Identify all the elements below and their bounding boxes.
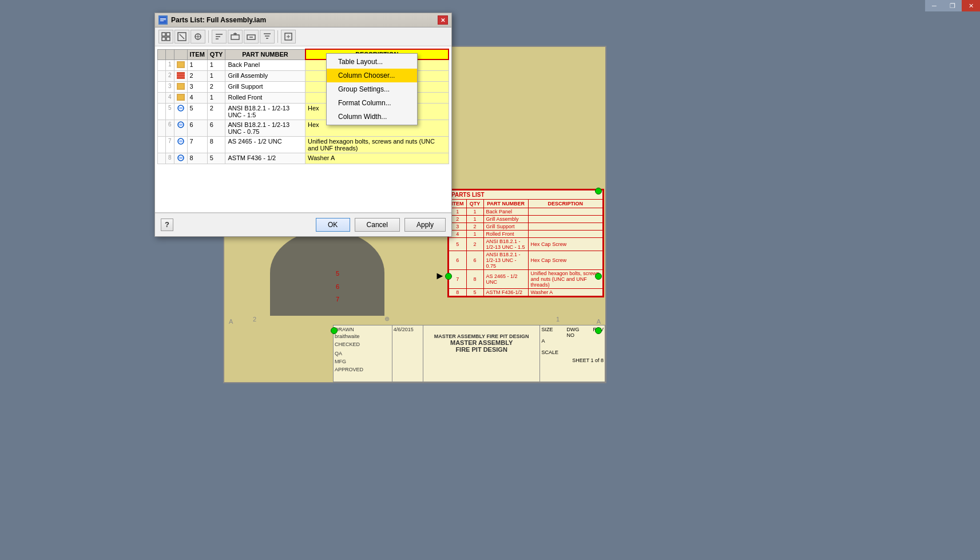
row7-icon [174,136,187,153]
window-controls: ─ ❐ ✕ [925,0,980,11]
svg-rect-3 [160,21,164,21]
row-5-label: 5 [336,270,339,277]
context-menu: Table Layout... Column Chooser... Group … [326,53,418,125]
footer-buttons: OK Cancel Apply [316,218,446,232]
row3-partnum: Grill Support [225,81,305,92]
toolbar-sep-1 [208,30,209,43]
minimize-button[interactable]: ─ [925,0,943,11]
row1-qty: 1 [207,59,225,70]
row1-num: 1 [166,59,174,70]
menu-item-column-width[interactable]: Column Width... [327,110,417,124]
menu-item-group-settings[interactable]: Group Settings... [327,82,417,96]
dialog-toolbar [155,27,451,46]
row5-partnum: ANSI B18.2.1 - 1/2-13 UNC - 1:5 [225,103,305,120]
ok-button[interactable]: OK [316,218,350,232]
row2-num: 2 [166,70,174,81]
drawing-row-5: 5 2 ANSI B18.2.1 - 1/2-13 UNC - 1.5 Hex … [449,238,603,251]
svg-line-9 [180,34,184,39]
row-6-label: 6 [336,283,339,290]
dialog-titlebar: Parts List: Full Assembly.iam ✕ [155,13,451,27]
help-button[interactable]: ? [161,219,173,231]
row5-qty: 2 [207,103,225,120]
menu-item-format-column[interactable]: Format Column... [327,96,417,110]
row8-icon [174,153,187,164]
col-header-item[interactable]: ITEM [187,49,207,59]
drawing-desc-header: DESCRIPTION [528,200,602,208]
grid-num-1-bot: 1 [556,316,560,323]
svg-rect-1 [160,18,166,19]
filter-button[interactable] [260,30,275,43]
handle-br2[interactable] [595,327,602,334]
row7-qty: 8 [207,136,225,153]
app-close-button[interactable]: ✕ [962,0,980,11]
svg-rect-2 [160,19,166,20]
drawing-parts-list-title: PARTS LIST [449,190,603,200]
zoom-area-button[interactable] [174,30,189,43]
row6-item: 6 [187,120,207,136]
row1-icon [174,59,187,70]
svg-rect-7 [166,37,170,41]
row3-num: 3 [166,81,174,92]
svg-rect-28 [178,62,184,67]
add-row-button[interactable] [228,30,243,43]
svg-rect-33 [178,84,184,89]
pan-button[interactable] [191,30,205,43]
row8-partnum: ASTM F436 - 1/2 [225,153,305,164]
col-header-num [166,49,174,59]
svg-rect-6 [162,37,165,41]
row5-icon [174,103,187,120]
svg-rect-35 [178,95,184,100]
row3-qty: 2 [207,81,225,92]
col-header-partnum[interactable]: PART NUMBER [225,49,305,59]
row7-partnum: AS 2465 - 1/2 UNC [225,136,305,153]
svg-marker-39 [178,124,183,126]
drawing-row-8: 8 5 ASTM F436-1/2 Washer A [449,289,603,296]
restore-button[interactable]: ❐ [943,0,962,11]
arrow-right: ► [435,270,445,282]
drawing-partnum-header: PART NUMBER [483,200,528,208]
dialog-close-button[interactable]: ✕ [438,15,448,25]
table-empty-space [157,164,449,210]
handle-bl[interactable] [445,273,452,280]
menu-item-table-layout[interactable]: Table Layout... [327,55,417,69]
row8-check [158,153,166,164]
handle-br[interactable] [595,273,602,280]
export-button[interactable] [281,30,296,43]
row2-partnum: Grill Assembly [225,70,305,81]
row1-partnum: Back Panel [225,59,305,70]
drawing-row-7: 7 8 AS 2465 - 1/2 UNC Unified hexagon bo… [449,270,603,289]
row6-qty: 6 [207,120,225,136]
svg-rect-4 [162,33,165,36]
svg-rect-5 [166,33,170,36]
apply-button[interactable]: Apply [404,218,446,232]
svg-marker-37 [178,107,183,109]
row3-item: 3 [187,81,207,92]
handle-bl2[interactable] [331,327,338,334]
row3-check [158,81,166,92]
row1-item: 1 [187,59,207,70]
handle-tr[interactable] [595,188,602,194]
grid-num-3: ⊕ [384,315,390,323]
table-row: 7 7 8 AS 2465 - 1/2 UNC Unified hexagon … [158,136,449,153]
cancel-button[interactable]: Cancel [355,218,400,232]
col-header-qty[interactable]: QTY [207,49,225,59]
row8-qty: 5 [207,153,225,164]
row8-item: 8 [187,153,207,164]
dialog-title: Parts List: Full Assembly.iam [171,16,266,24]
row6-check [158,120,166,136]
zoom-fit-button[interactable] [158,30,173,43]
svg-rect-29 [177,72,185,79]
row-7-label: 7 [336,296,339,303]
row7-item: 7 [187,136,207,153]
delete-row-button[interactable] [244,30,259,43]
row4-icon [174,92,187,103]
drawing-row-2: 2 1 Grill Assembly [449,216,603,223]
sort-button[interactable] [212,30,227,43]
drawing-row-4: 4 1 Rolled Front [449,231,603,238]
row4-check [158,92,166,103]
col-header-check [158,49,166,59]
grid-letter-left-a: A [229,318,233,325]
menu-item-column-chooser[interactable]: Column Chooser... [327,69,417,82]
dialog-footer: ? OK Cancel Apply [155,213,451,236]
title-block: DRAWN braithwaite CHECKED QA MFG APPROVE… [333,325,605,382]
